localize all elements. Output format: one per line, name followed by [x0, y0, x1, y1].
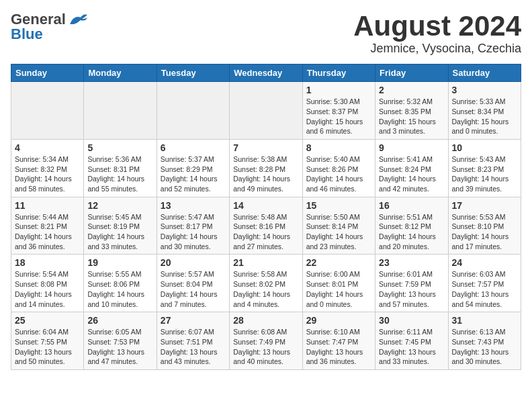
calendar-cell: 12Sunrise: 5:45 AMSunset: 8:19 PMDayligh…: [84, 197, 157, 255]
day-number: 4: [15, 142, 80, 153]
day-number: 20: [161, 257, 226, 268]
day-number: 28: [233, 315, 298, 326]
day-info: Sunrise: 5:50 AMSunset: 8:14 PMDaylight:…: [306, 212, 371, 252]
day-number: 10: [452, 142, 517, 153]
day-number: 9: [379, 142, 444, 153]
calendar-cell: 10Sunrise: 5:43 AMSunset: 8:23 PMDayligh…: [448, 139, 521, 197]
header-day-wednesday: Wednesday: [230, 64, 302, 82]
calendar-cell: [157, 82, 229, 140]
day-number: 6: [161, 142, 226, 153]
logo-blue-text: Blue: [11, 26, 43, 43]
calendar-cell: 29Sunrise: 6:10 AMSunset: 7:47 PMDayligh…: [302, 312, 375, 370]
day-number: 26: [87, 315, 152, 326]
day-info: Sunrise: 6:01 AMSunset: 7:59 PMDaylight:…: [379, 269, 444, 309]
calendar-cell: [230, 82, 302, 140]
day-info: Sunrise: 6:13 AMSunset: 7:43 PMDaylight:…: [452, 327, 517, 367]
calendar-cell: 30Sunrise: 6:11 AMSunset: 7:45 PMDayligh…: [375, 312, 448, 370]
day-info: Sunrise: 6:07 AMSunset: 7:51 PMDaylight:…: [161, 327, 226, 367]
calendar-cell: 31Sunrise: 6:13 AMSunset: 7:43 PMDayligh…: [448, 312, 521, 370]
calendar-cell: 26Sunrise: 6:05 AMSunset: 7:53 PMDayligh…: [84, 312, 157, 370]
day-number: 31: [452, 315, 517, 326]
title-area: August 2024 Jemnice, Vysocina, Czechia: [353, 11, 521, 56]
day-number: 21: [233, 257, 298, 268]
calendar-cell: 24Sunrise: 6:03 AMSunset: 7:57 PMDayligh…: [448, 255, 521, 312]
subtitle: Jemnice, Vysocina, Czechia: [353, 42, 521, 56]
calendar-cell: 22Sunrise: 6:00 AMSunset: 8:01 PMDayligh…: [302, 255, 375, 312]
calendar-cell: 20Sunrise: 5:57 AMSunset: 8:04 PMDayligh…: [157, 255, 229, 312]
header: General Blue August 2024 Jemnice, Vysoci…: [11, 11, 521, 56]
header-day-thursday: Thursday: [302, 64, 375, 82]
day-number: 8: [306, 142, 371, 153]
calendar-cell: 19Sunrise: 5:55 AMSunset: 8:06 PMDayligh…: [84, 255, 157, 312]
main-title: August 2024: [353, 11, 521, 42]
calendar-cell: 25Sunrise: 6:04 AMSunset: 7:55 PMDayligh…: [11, 312, 84, 370]
logo: General Blue: [11, 11, 89, 43]
day-info: Sunrise: 6:00 AMSunset: 8:01 PMDaylight:…: [306, 269, 371, 309]
day-number: 3: [452, 85, 517, 95]
day-number: 14: [233, 200, 298, 211]
week-row-4: 18Sunrise: 5:54 AMSunset: 8:08 PMDayligh…: [11, 255, 521, 312]
day-info: Sunrise: 5:55 AMSunset: 8:06 PMDaylight:…: [87, 269, 152, 309]
calendar-cell: 7Sunrise: 5:38 AMSunset: 8:28 PMDaylight…: [230, 139, 302, 197]
day-info: Sunrise: 5:48 AMSunset: 8:16 PMDaylight:…: [233, 212, 298, 252]
day-info: Sunrise: 5:41 AMSunset: 8:24 PMDaylight:…: [379, 154, 444, 194]
day-info: Sunrise: 6:05 AMSunset: 7:53 PMDaylight:…: [87, 327, 152, 367]
day-number: 12: [87, 200, 152, 211]
calendar-cell: 27Sunrise: 6:07 AMSunset: 7:51 PMDayligh…: [157, 312, 229, 370]
calendar-cell: 8Sunrise: 5:40 AMSunset: 8:26 PMDaylight…: [302, 139, 375, 197]
day-number: 18: [15, 257, 80, 268]
day-number: 25: [15, 315, 80, 326]
calendar-body: 1Sunrise: 5:30 AMSunset: 8:37 PMDaylight…: [11, 82, 521, 370]
day-info: Sunrise: 5:57 AMSunset: 8:04 PMDaylight:…: [161, 269, 226, 309]
day-number: 7: [233, 142, 298, 153]
calendar-cell: [11, 82, 84, 140]
day-info: Sunrise: 5:37 AMSunset: 8:29 PMDaylight:…: [161, 154, 226, 194]
calendar-cell: 11Sunrise: 5:44 AMSunset: 8:21 PMDayligh…: [11, 197, 84, 255]
calendar-cell: 4Sunrise: 5:34 AMSunset: 8:32 PMDaylight…: [11, 139, 84, 197]
calendar-cell: 23Sunrise: 6:01 AMSunset: 7:59 PMDayligh…: [375, 255, 448, 312]
header-day-monday: Monday: [84, 64, 157, 82]
header-day-tuesday: Tuesday: [157, 64, 229, 82]
day-number: 30: [379, 315, 444, 326]
calendar-cell: 18Sunrise: 5:54 AMSunset: 8:08 PMDayligh…: [11, 255, 84, 312]
day-info: Sunrise: 5:33 AMSunset: 8:34 PMDaylight:…: [452, 97, 517, 136]
calendar-table: SundayMondayTuesdayWednesdayThursdayFrid…: [11, 64, 521, 370]
calendar-cell: 2Sunrise: 5:32 AMSunset: 8:35 PMDaylight…: [375, 82, 448, 140]
calendar-cell: 3Sunrise: 5:33 AMSunset: 8:34 PMDaylight…: [448, 82, 521, 140]
calendar-cell: 14Sunrise: 5:48 AMSunset: 8:16 PMDayligh…: [230, 197, 302, 255]
calendar-cell: 21Sunrise: 5:58 AMSunset: 8:02 PMDayligh…: [230, 255, 302, 312]
day-number: 29: [306, 315, 371, 326]
calendar-cell: 15Sunrise: 5:50 AMSunset: 8:14 PMDayligh…: [302, 197, 375, 255]
week-row-1: 1Sunrise: 5:30 AMSunset: 8:37 PMDaylight…: [11, 82, 521, 140]
day-info: Sunrise: 6:08 AMSunset: 7:49 PMDaylight:…: [233, 327, 298, 367]
day-info: Sunrise: 5:36 AMSunset: 8:31 PMDaylight:…: [87, 154, 152, 194]
day-number: 15: [306, 200, 371, 211]
day-info: Sunrise: 5:43 AMSunset: 8:23 PMDaylight:…: [452, 154, 517, 194]
week-row-5: 25Sunrise: 6:04 AMSunset: 7:55 PMDayligh…: [11, 312, 521, 370]
day-info: Sunrise: 5:30 AMSunset: 8:37 PMDaylight:…: [306, 97, 371, 136]
header-day-sunday: Sunday: [11, 64, 84, 82]
day-info: Sunrise: 6:04 AMSunset: 7:55 PMDaylight:…: [15, 327, 80, 367]
day-number: 2: [379, 85, 444, 95]
day-number: 16: [379, 200, 444, 211]
day-number: 1: [306, 85, 371, 95]
day-number: 11: [15, 200, 80, 211]
day-info: Sunrise: 6:11 AMSunset: 7:45 PMDaylight:…: [379, 327, 444, 367]
day-number: 24: [452, 257, 517, 268]
day-info: Sunrise: 6:10 AMSunset: 7:47 PMDaylight:…: [306, 327, 371, 367]
day-number: 17: [452, 200, 517, 211]
header-row: SundayMondayTuesdayWednesdayThursdayFrid…: [11, 64, 521, 82]
day-number: 5: [87, 142, 152, 153]
header-day-saturday: Saturday: [448, 64, 521, 82]
day-info: Sunrise: 5:45 AMSunset: 8:19 PMDaylight:…: [87, 212, 152, 252]
day-number: 22: [306, 257, 371, 268]
calendar-cell: 1Sunrise: 5:30 AMSunset: 8:37 PMDaylight…: [302, 82, 375, 140]
day-number: 27: [161, 315, 226, 326]
day-info: Sunrise: 5:54 AMSunset: 8:08 PMDaylight:…: [15, 269, 80, 309]
calendar-cell: 17Sunrise: 5:53 AMSunset: 8:10 PMDayligh…: [448, 197, 521, 255]
day-info: Sunrise: 5:40 AMSunset: 8:26 PMDaylight:…: [306, 154, 371, 194]
day-number: 23: [379, 257, 444, 268]
calendar-header: SundayMondayTuesdayWednesdayThursdayFrid…: [11, 64, 521, 82]
day-info: Sunrise: 5:38 AMSunset: 8:28 PMDaylight:…: [233, 154, 298, 194]
logo-bird-icon: [67, 12, 89, 27]
